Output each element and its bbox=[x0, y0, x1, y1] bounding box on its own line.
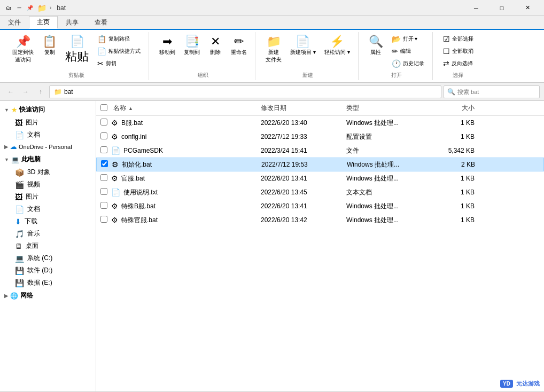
sidebar-docs-label: 文档 bbox=[27, 130, 40, 139]
close-button[interactable]: ✕ bbox=[515, 0, 540, 16]
file-header: 名称 ▲ 修改日期 类型 大小 bbox=[96, 101, 544, 116]
row-check-6[interactable] bbox=[100, 202, 111, 210]
sidebar-item-video[interactable]: 🎬 视频 bbox=[0, 178, 96, 191]
copy-label: 复制 bbox=[44, 49, 55, 56]
forward-button[interactable]: → bbox=[19, 85, 32, 98]
file-row-3[interactable]: ⚙ 初始化.bat 2022/7/12 19:53 Windows 批处理...… bbox=[96, 158, 544, 171]
col-type-header[interactable]: 类型 bbox=[346, 104, 432, 113]
sidebar-c-label: 系统 (C:) bbox=[27, 254, 52, 263]
file-name-1: ⚙ config.ini bbox=[111, 132, 261, 141]
file-size-7: 1 KB bbox=[432, 216, 475, 224]
file-row-4[interactable]: ⚙ 官服.bat 2022/6/20 13:41 Windows 批处理... … bbox=[96, 171, 544, 185]
file-size-5: 1 KB bbox=[432, 189, 475, 196]
new-folder-button[interactable]: 📁 新建 文件夹 bbox=[262, 33, 285, 66]
file-date-1: 2022/7/12 19:33 bbox=[261, 133, 346, 140]
video-icon: 🎬 bbox=[15, 181, 24, 189]
properties-button[interactable]: 🔍 属性 bbox=[365, 33, 387, 59]
header-checkbox[interactable] bbox=[100, 104, 111, 113]
3d-icon: 📦 bbox=[15, 168, 24, 177]
invert-label: 反向选择 bbox=[452, 60, 473, 67]
col-size-header[interactable]: 大小 bbox=[432, 104, 475, 113]
row-check-1[interactable] bbox=[100, 132, 111, 141]
cut-button[interactable]: ✂ 剪切 bbox=[94, 58, 144, 69]
search-input[interactable] bbox=[457, 89, 536, 95]
sidebar-item-music[interactable]: 🎵 音乐 bbox=[0, 228, 96, 240]
select-all-checkbox[interactable] bbox=[100, 104, 107, 111]
pin-quick-access-button[interactable]: 📌 固定到快 速访问 bbox=[9, 33, 37, 66]
up-button[interactable]: ↑ bbox=[34, 85, 47, 98]
sidebar-network[interactable]: ▶ 🌐 网络 bbox=[0, 289, 96, 302]
select-all-button[interactable]: ☑ 全部选择 bbox=[439, 33, 477, 45]
new-item-button[interactable]: 📄 新建项目 ▾ bbox=[286, 33, 320, 59]
file-row-0[interactable]: ⚙ B服.bat 2022/6/20 13:40 Windows 批处理... … bbox=[96, 116, 544, 130]
new-group-label: 新建 bbox=[302, 69, 313, 79]
file-date-2: 2022/3/24 15:41 bbox=[261, 147, 346, 154]
file-name-5: 📄 使用说明.txt bbox=[111, 188, 261, 197]
search-box[interactable]: 🔍 bbox=[444, 85, 540, 98]
easy-access-button[interactable]: ⚡ 轻松访问 ▾ bbox=[321, 33, 354, 59]
invert-select-button[interactable]: ⇄ 反向选择 bbox=[439, 58, 477, 69]
file-row-1[interactable]: ⚙ config.ini 2022/7/12 19:33 配置设置 1 KB bbox=[96, 130, 544, 144]
tab-share[interactable]: 共享 bbox=[58, 16, 87, 29]
col-date-header[interactable]: 修改日期 bbox=[261, 104, 346, 113]
address-path[interactable]: 📁 bat bbox=[49, 85, 441, 98]
pin-icon: 📌 bbox=[16, 36, 30, 48]
row-check-2[interactable] bbox=[100, 146, 111, 155]
row-check-4[interactable] bbox=[100, 174, 111, 183]
copy-path-button[interactable]: 📋 复制路径 bbox=[94, 33, 144, 45]
cloud-icon: ☁ bbox=[10, 143, 17, 151]
open-button[interactable]: 📂 打开 ▾ bbox=[388, 33, 428, 45]
back-button[interactable]: ← bbox=[4, 85, 17, 98]
minimize-button[interactable]: ─ bbox=[464, 0, 488, 16]
sidebar-item-docs-quick[interactable]: 📄 文档 bbox=[0, 129, 96, 141]
maximize-button[interactable]: □ bbox=[489, 0, 514, 16]
file-row-2[interactable]: 📄 PCGameSDK 2022/3/24 15:41 文件 5,342 KB bbox=[96, 144, 544, 158]
col-name-header[interactable]: 名称 ▲ bbox=[111, 104, 261, 113]
sidebar-item-pictures-quick[interactable]: 🖼 图片 bbox=[0, 116, 96, 129]
row-check-0[interactable] bbox=[100, 119, 111, 127]
music-icon: 🎵 bbox=[15, 230, 24, 238]
sidebar-item-downloads[interactable]: ⬇ 下载 bbox=[0, 215, 96, 228]
copy-to-button[interactable]: 📑 复制到 bbox=[180, 33, 204, 59]
docs-icon: 📄 bbox=[15, 131, 24, 139]
file-name-0: ⚙ B服.bat bbox=[111, 119, 261, 128]
sidebar-item-3d[interactable]: 📦 3D 对象 bbox=[0, 166, 96, 178]
ribbon: 📌 固定到快 速访问 📋 复制 📄 粘贴 📋 复制路径 📄 粘贴快捷方式 bbox=[0, 30, 544, 83]
history-button[interactable]: 🕐 历史记录 bbox=[388, 58, 428, 69]
pictures-icon: 🖼 bbox=[15, 119, 22, 127]
sidebar-this-pc[interactable]: ▼ 💻 此电脑 bbox=[0, 153, 96, 166]
sidebar-item-e[interactable]: 💾 数据 (E:) bbox=[0, 277, 96, 289]
sidebar-item-desktop[interactable]: 🖥 桌面 bbox=[0, 240, 96, 252]
row-check-5[interactable] bbox=[100, 188, 111, 197]
tab-file[interactable]: 文件 bbox=[0, 16, 29, 29]
file-row-6[interactable]: ⚙ 特殊B服.bat 2022/6/20 13:41 Windows 批处理..… bbox=[96, 199, 544, 213]
file-date-3: 2022/7/12 19:53 bbox=[261, 161, 347, 168]
file-date-0: 2022/6/20 13:40 bbox=[261, 119, 346, 127]
organize-items: ➡ 移动到 📑 复制到 ✕ 删除 ✏ 重命名 bbox=[156, 33, 251, 69]
edit-button[interactable]: ✏ 编辑 bbox=[388, 45, 428, 57]
paste-button[interactable]: 📄 粘贴 bbox=[61, 33, 92, 67]
sidebar-onedrive[interactable]: ▶ ☁ OneDrive - Personal bbox=[0, 141, 96, 153]
tab-home[interactable]: 主页 bbox=[29, 16, 58, 29]
sidebar-item-documents[interactable]: 📄 文档 bbox=[0, 203, 96, 215]
row-check-7[interactable] bbox=[100, 216, 111, 224]
file-icon-1: ⚙ bbox=[111, 132, 118, 141]
sidebar-item-d[interactable]: 💾 软件 (D:) bbox=[0, 264, 96, 277]
copy-button[interactable]: 📋 复制 bbox=[38, 33, 60, 59]
select-none-button[interactable]: ☐ 全部取消 bbox=[439, 45, 477, 57]
system-icon: 🗂 bbox=[4, 4, 13, 12]
delete-button[interactable]: ✕ 删除 bbox=[205, 33, 226, 59]
file-date-6: 2022/6/20 13:41 bbox=[261, 202, 346, 210]
sidebar-item-pictures[interactable]: 🖼 图片 bbox=[0, 191, 96, 203]
paste-label: 粘贴 bbox=[65, 49, 89, 65]
rename-button[interactable]: ✏ 重命名 bbox=[227, 33, 251, 59]
paste-shortcut-button[interactable]: 📄 粘贴快捷方式 bbox=[94, 45, 144, 57]
file-row-7[interactable]: ⚙ 特殊官服.bat 2022/6/20 13:42 Windows 批处理..… bbox=[96, 213, 544, 227]
file-row-5[interactable]: 📄 使用说明.txt 2022/6/20 13:45 文本文档 1 KB bbox=[96, 185, 544, 199]
move-to-button[interactable]: ➡ 移动到 bbox=[156, 33, 179, 59]
sidebar-quick-access[interactable]: ▼ ★ 快速访问 bbox=[0, 103, 96, 116]
tab-view[interactable]: 查看 bbox=[87, 16, 115, 29]
select-items: ☑ 全部选择 ☐ 全部取消 ⇄ 反向选择 bbox=[439, 33, 477, 69]
sidebar-item-c[interactable]: 💻 系统 (C:) bbox=[0, 252, 96, 264]
row-check-3[interactable] bbox=[101, 160, 112, 169]
